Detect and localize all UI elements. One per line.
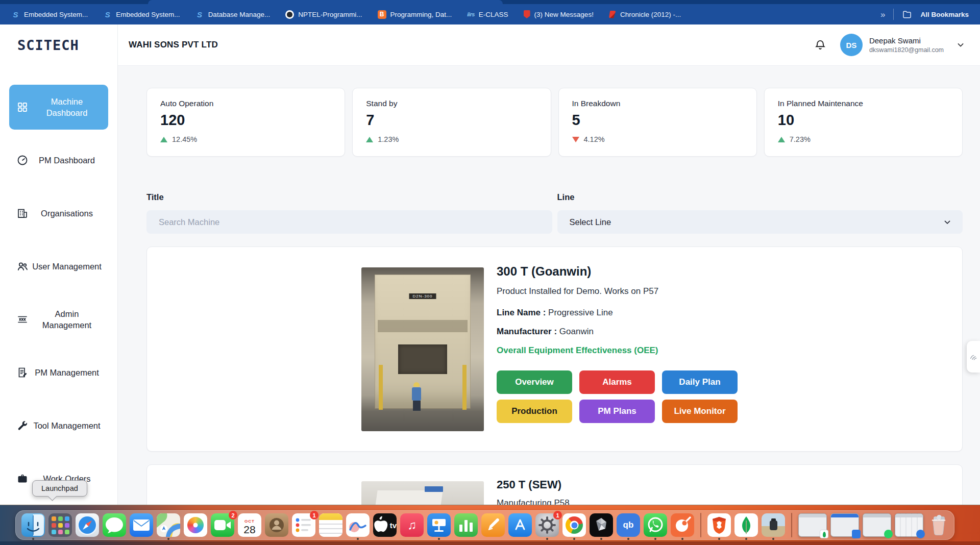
- alarms-button[interactable]: Alarms: [579, 370, 655, 394]
- safari-icon[interactable]: [76, 513, 99, 537]
- dock-item-mail[interactable]: [130, 513, 153, 537]
- dock-item-freeform[interactable]: [346, 513, 370, 537]
- dock-item-pieces[interactable]: [762, 513, 785, 537]
- quickbooks-icon[interactable]: qb: [617, 513, 640, 537]
- pages-icon[interactable]: [481, 513, 505, 537]
- finder-icon[interactable]: [21, 513, 45, 537]
- daily-plan-button[interactable]: Daily Plan: [662, 370, 738, 394]
- keynote-icon[interactable]: [427, 513, 451, 537]
- dock-item-safari[interactable]: [76, 513, 99, 537]
- dock-item-postman[interactable]: [671, 513, 694, 537]
- dock-item-maps[interactable]: [157, 513, 180, 537]
- dock-item-keynote[interactable]: [427, 513, 451, 537]
- dock-item-photos[interactable]: [184, 513, 207, 537]
- sidebar-item-pm-management[interactable]: PM Management: [9, 350, 108, 395]
- bookmark-item[interactable]: NPTEL-Programmi...: [285, 10, 362, 19]
- bookmark-item[interactable]: (3) New Messages!: [524, 10, 594, 18]
- contacts-icon[interactable]: [265, 513, 288, 537]
- window-thumb-1[interactable]: [798, 513, 827, 537]
- freeform-icon[interactable]: [346, 513, 370, 537]
- stat-value: 10: [778, 112, 949, 129]
- mongodb-icon[interactable]: [734, 513, 758, 537]
- maps-icon[interactable]: [157, 513, 180, 537]
- postman-icon[interactable]: [671, 513, 694, 537]
- whatsapp-icon[interactable]: [644, 513, 667, 537]
- trash-icon[interactable]: [927, 513, 950, 537]
- window-thumb-3[interactable]: [863, 513, 891, 537]
- dock-item-appletv[interactable]: tv: [373, 513, 397, 537]
- sidebar-item-tool-management[interactable]: Tool Management: [9, 403, 108, 448]
- numbers-icon[interactable]: [454, 513, 478, 537]
- dock-item-launchpad[interactable]: [48, 513, 72, 537]
- dock-item-reminders[interactable]: 1: [292, 513, 315, 537]
- dock-item-whatsapp[interactable]: [644, 513, 667, 537]
- window-thumb-2[interactable]: [830, 513, 859, 537]
- sidebar-item-user-management[interactable]: User Management: [9, 244, 108, 289]
- dock-item-brave[interactable]: [707, 513, 731, 537]
- music-icon[interactable]: ♫: [400, 513, 424, 537]
- dock-minimized-window[interactable]: [895, 513, 923, 537]
- macos-dock: 2OCT281tv♫1qb: [15, 510, 954, 540]
- chevron-down-icon[interactable]: [955, 40, 966, 50]
- bookmark-item[interactable]: SDatabase Manage...: [195, 10, 271, 19]
- whatsapp-badge-icon: [884, 530, 893, 538]
- oee-link[interactable]: Overall Equipment Effectiveness (OEE): [497, 345, 742, 356]
- dock-item-pages[interactable]: [481, 513, 505, 537]
- dock-item-calendar[interactable]: OCT28: [238, 513, 261, 537]
- window-thumb-4[interactable]: [895, 513, 923, 537]
- bookmarks-overflow-chevron-icon[interactable]: »: [880, 10, 885, 19]
- dock-item-trash[interactable]: [927, 513, 950, 537]
- sidebar-item-admin-management[interactable]: Admin Management: [9, 297, 108, 342]
- overview-button[interactable]: Overview: [497, 370, 572, 394]
- sidebar-item-pm-dashboard[interactable]: PM Dashboard: [9, 138, 108, 183]
- dock-item-messages[interactable]: [103, 513, 126, 537]
- brave-icon[interactable]: [707, 513, 731, 537]
- dock-item-notes[interactable]: [319, 513, 342, 537]
- line-select[interactable]: Select Line: [557, 210, 963, 234]
- dock-item-facetime[interactable]: 2: [211, 513, 234, 537]
- pm-plans-button[interactable]: PM Plans: [579, 400, 655, 423]
- sidebar-item-machine-dashboard[interactable]: Machine Dashboard: [9, 85, 108, 130]
- bookmark-item[interactable]: Chronicle (2012) -...: [609, 11, 681, 18]
- dark-3d-app-icon[interactable]: [590, 513, 613, 537]
- dock-item-music[interactable]: ♫: [400, 513, 424, 537]
- chrome-icon[interactable]: [562, 513, 586, 537]
- bookmark-item[interactable]: SEmbedded System...: [11, 10, 88, 19]
- live-monitor-button[interactable]: Live Monitor: [662, 400, 738, 423]
- production-button[interactable]: Production: [497, 400, 572, 423]
- dock-item-quickbooks[interactable]: qb: [617, 513, 640, 537]
- calendar-icon[interactable]: OCT28: [238, 513, 261, 537]
- all-bookmarks-button[interactable]: All Bookmarks: [920, 11, 969, 18]
- photos-icon[interactable]: [184, 513, 207, 537]
- appletv-icon[interactable]: tv: [373, 513, 397, 537]
- blue-badge-icon: [852, 530, 861, 538]
- bookmark-item[interactable]: SEmbedded System...: [103, 10, 180, 19]
- dock-item-chrome[interactable]: [562, 513, 586, 537]
- messages-icon[interactable]: [103, 513, 126, 537]
- bookmark-item[interactable]: BProgramming, Dat...: [378, 10, 452, 19]
- side-panel-handle[interactable]: [967, 341, 980, 373]
- dock-minimized-window[interactable]: [863, 513, 891, 537]
- user-menu[interactable]: DS Deepak Swami dkswami1820@gmail.com: [840, 34, 966, 56]
- dock-item-contacts[interactable]: [265, 513, 288, 537]
- dock-minimized-window[interactable]: [798, 513, 827, 537]
- mail-icon[interactable]: [130, 513, 153, 537]
- dock-item-dark-3d-app[interactable]: [590, 513, 613, 537]
- notifications-bell-icon[interactable]: [814, 38, 827, 52]
- settings-icon[interactable]: 1: [535, 513, 559, 537]
- appstore-icon[interactable]: [508, 513, 532, 537]
- dock-item-numbers[interactable]: [454, 513, 478, 537]
- dock-item-finder[interactable]: [21, 513, 45, 537]
- dock-minimized-window[interactable]: [830, 513, 859, 537]
- dock-item-settings[interactable]: 1: [535, 513, 559, 537]
- reminders-icon[interactable]: 1: [292, 513, 315, 537]
- search-input[interactable]: [146, 210, 552, 234]
- notes-icon[interactable]: [319, 513, 342, 537]
- pieces-icon[interactable]: [762, 513, 785, 537]
- facetime-icon[interactable]: 2: [211, 513, 234, 537]
- launchpad-icon[interactable]: [48, 513, 72, 537]
- dock-item-mongodb[interactable]: [734, 513, 758, 537]
- dock-item-appstore[interactable]: [508, 513, 532, 537]
- bookmark-item[interactable]: iirsE-CLASS: [467, 10, 508, 19]
- sidebar-item-organisations[interactable]: Organisations: [9, 191, 108, 236]
